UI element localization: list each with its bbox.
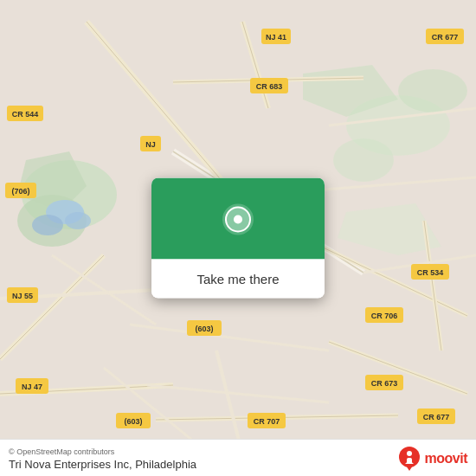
svg-text:NJ 47: NJ 47 bbox=[22, 383, 42, 391]
svg-point-5 bbox=[398, 69, 467, 113]
info-card: Take me there bbox=[151, 178, 325, 299]
svg-point-76 bbox=[399, 447, 420, 467]
copyright-text: © OpenStreetMap contributors bbox=[9, 447, 196, 456]
svg-text:NJ 55: NJ 55 bbox=[12, 292, 33, 300]
moovit-text: moovit bbox=[425, 451, 467, 466]
location-text: Tri Nova Enterprises Inc, Philadelphia bbox=[9, 458, 196, 471]
svg-text:CR 683: CR 683 bbox=[256, 82, 283, 91]
svg-rect-78 bbox=[407, 458, 412, 464]
bottom-bar-info: © OpenStreetMap contributors Tri Nova En… bbox=[9, 447, 196, 471]
svg-point-77 bbox=[407, 451, 412, 456]
moovit-logo: moovit bbox=[397, 447, 467, 471]
svg-text:(603): (603) bbox=[195, 325, 213, 333]
svg-text:NJ 41: NJ 41 bbox=[266, 33, 286, 42]
svg-marker-79 bbox=[406, 466, 413, 471]
take-me-there-button[interactable]: Take me there bbox=[151, 260, 325, 299]
info-card-top bbox=[151, 178, 325, 260]
svg-text:(706): (706) bbox=[11, 187, 29, 196]
svg-point-10 bbox=[32, 215, 63, 235]
svg-text:CR 706: CR 706 bbox=[371, 312, 398, 320]
svg-text:CR 677: CR 677 bbox=[423, 413, 450, 421]
svg-text:CR 534: CR 534 bbox=[417, 268, 444, 277]
location-pin-icon bbox=[221, 203, 255, 237]
svg-text:CR 544: CR 544 bbox=[12, 110, 39, 119]
svg-point-6 bbox=[333, 138, 394, 182]
svg-text:CR 677: CR 677 bbox=[432, 33, 459, 42]
svg-text:CR 707: CR 707 bbox=[254, 417, 280, 426]
svg-point-75 bbox=[234, 215, 242, 224]
svg-point-11 bbox=[65, 212, 91, 229]
map-container: NJ 41 CR 677 CR 683 CR 544 (706) NJ NJ 4… bbox=[0, 0, 476, 476]
svg-text:NJ: NJ bbox=[145, 140, 156, 149]
svg-text:CR 673: CR 673 bbox=[371, 379, 398, 388]
moovit-icon bbox=[397, 447, 421, 471]
svg-text:(603): (603) bbox=[124, 417, 142, 426]
bottom-bar: © OpenStreetMap contributors Tri Nova En… bbox=[0, 439, 476, 476]
